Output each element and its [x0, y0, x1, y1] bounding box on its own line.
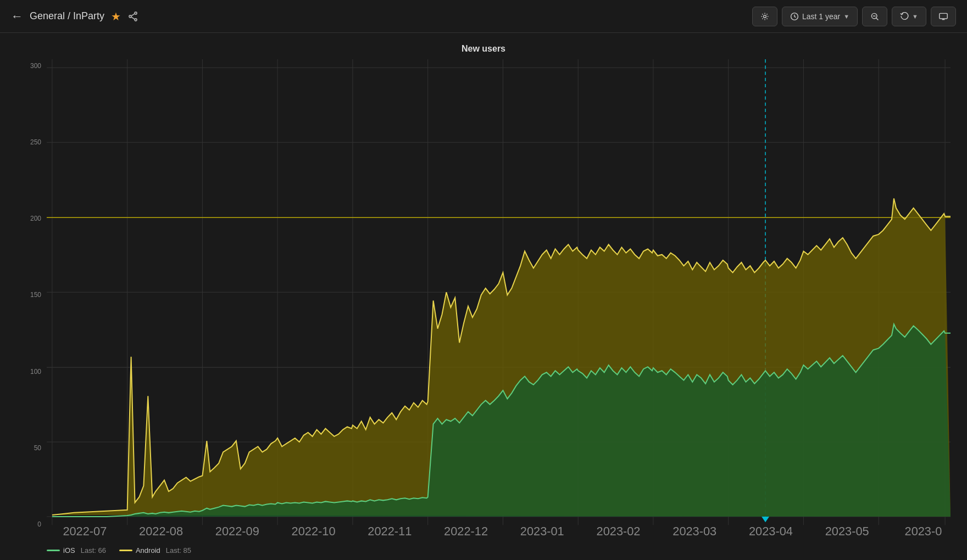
- share-icon[interactable]: [127, 11, 138, 22]
- ios-legend-label: iOS: [63, 546, 75, 555]
- svg-text:2023-03: 2023-03: [673, 524, 716, 537]
- chart-legend: iOS Last: 66 Android Last: 85: [16, 542, 951, 555]
- svg-line-4: [131, 17, 135, 19]
- clock-icon: [790, 12, 799, 21]
- android-legend-line: [119, 550, 132, 551]
- svg-text:2023-05: 2023-05: [825, 524, 869, 537]
- svg-line-8: [876, 18, 879, 20]
- ios-legend-last: Last: 66: [81, 546, 106, 555]
- zoom-out-button[interactable]: [862, 7, 887, 26]
- android-legend-item: Android Last: 85: [119, 546, 191, 555]
- y-label-250: 250: [30, 138, 41, 146]
- y-label-100: 100: [30, 368, 41, 376]
- svg-text:2022-09: 2022-09: [215, 524, 259, 537]
- y-label-200: 200: [30, 215, 41, 222]
- header-left: ← General / InParty ★: [11, 9, 138, 24]
- y-label-50: 50: [34, 444, 41, 452]
- svg-text:2022-07: 2022-07: [63, 524, 107, 537]
- chart-container: New users 300 250 200 150 100 50 0: [0, 33, 967, 560]
- svg-point-5: [764, 15, 766, 18]
- y-label-150: 150: [30, 291, 41, 299]
- android-legend-last: Last: 85: [166, 546, 191, 555]
- refresh-chevron-icon: ▼: [912, 13, 918, 20]
- ios-legend-line: [47, 550, 60, 551]
- refresh-icon: [900, 12, 909, 21]
- y-label-300: 300: [30, 62, 41, 70]
- chart-title: New users: [16, 44, 951, 54]
- settings-button[interactable]: [752, 7, 777, 26]
- svg-line-3: [131, 14, 135, 16]
- zoom-icon: [870, 12, 879, 21]
- svg-point-1: [129, 15, 131, 18]
- svg-text:2022-11: 2022-11: [368, 524, 412, 537]
- svg-point-2: [135, 19, 137, 21]
- y-label-0: 0: [37, 520, 41, 528]
- chart-area: 300 250 200 150 100 50 0: [16, 59, 951, 542]
- svg-text:2023-04: 2023-04: [749, 524, 793, 537]
- monitor-icon: [939, 12, 948, 21]
- breadcrumb: General / InParty: [30, 10, 104, 22]
- svg-text:2023-01: 2023-01: [520, 524, 564, 537]
- svg-marker-36: [762, 517, 769, 522]
- svg-text:2022-12: 2022-12: [444, 524, 488, 537]
- back-button[interactable]: ←: [11, 9, 23, 24]
- chart-svg: 2022-07 2022-08 2022-09 2022-10 2022-11 …: [47, 59, 951, 542]
- gear-icon: [760, 12, 769, 21]
- header-right: Last 1 year ▼ ▼: [752, 7, 956, 26]
- svg-text:2022-10: 2022-10: [292, 524, 336, 537]
- android-legend-label: Android: [136, 546, 160, 555]
- header: ← General / InParty ★ Last 1 year ▼: [0, 0, 967, 33]
- time-range-button[interactable]: Last 1 year ▼: [782, 7, 858, 26]
- svg-text:2023-0: 2023-0: [905, 524, 942, 537]
- y-axis: 300 250 200 150 100 50 0: [16, 59, 47, 542]
- refresh-button[interactable]: ▼: [892, 7, 926, 26]
- svg-text:2022-08: 2022-08: [139, 524, 183, 537]
- star-icon[interactable]: ★: [111, 10, 121, 23]
- chevron-down-icon: ▼: [843, 13, 849, 20]
- ios-legend-item: iOS Last: 66: [47, 546, 106, 555]
- svg-text:2023-02: 2023-02: [597, 524, 641, 537]
- svg-point-0: [135, 12, 137, 14]
- display-button[interactable]: [931, 7, 956, 26]
- svg-rect-10: [940, 13, 947, 19]
